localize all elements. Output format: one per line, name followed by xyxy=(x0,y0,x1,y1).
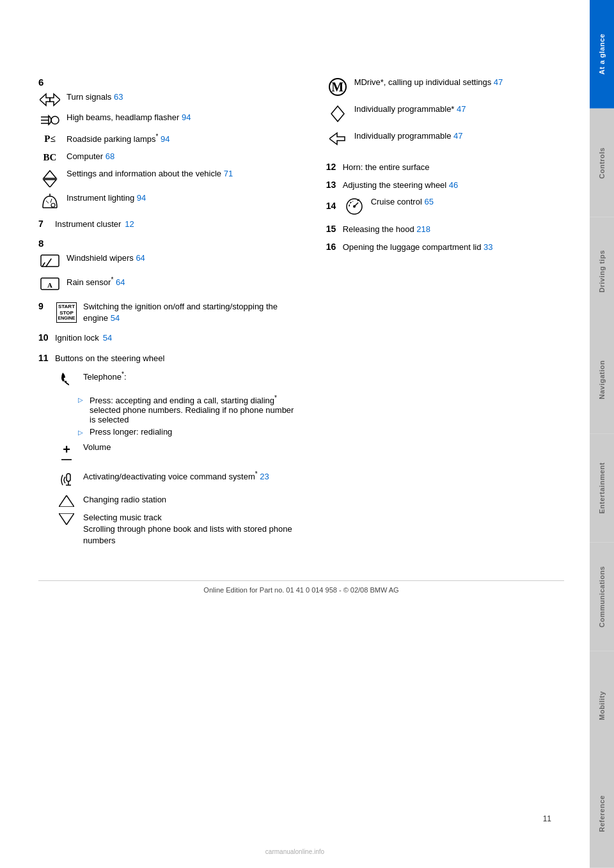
section-14-item: 14 xyxy=(326,196,564,215)
settings-vehicle-icon xyxy=(38,168,61,187)
sidebar-tab-navigation[interactable]: Navigation xyxy=(590,325,614,434)
sidebar-tab-at-a-glance[interactable]: At a glance xyxy=(590,0,614,109)
computer-link[interactable]: 68 xyxy=(106,151,114,161)
diamond-icon xyxy=(326,104,349,123)
svg-point-10 xyxy=(51,203,55,207)
arrow-down-text: Selecting music track Scrolling through … xyxy=(83,512,301,547)
telephone-icon xyxy=(55,370,78,389)
volume-icon: + — xyxy=(55,442,78,465)
arrow-left-icon xyxy=(326,130,349,146)
start-stop-icon: START STOP ENGINE xyxy=(55,301,78,323)
section-16-link[interactable]: 33 xyxy=(484,242,492,252)
section-7: 7 Instrument cluster 12 xyxy=(38,218,301,231)
section-13-link[interactable]: 46 xyxy=(449,180,458,190)
svg-marker-19 xyxy=(59,495,74,507)
item-high-beams: High beams, headlamp flasher 94 xyxy=(38,112,301,127)
section-8: 8 Windshield wipers 64 xyxy=(38,238,301,293)
section-14-num: 14 xyxy=(326,201,339,211)
parking-lamps-icon: P≤ xyxy=(38,132,61,144)
ind-prog-star-link[interactable]: 47 xyxy=(457,104,466,114)
item-rain-sensor: A Rain sensor* 64 xyxy=(38,275,301,293)
left-column: 6 Turn signals 63 xyxy=(38,77,301,555)
settings-vehicle-link[interactable]: 71 xyxy=(224,169,233,178)
settings-vehicle-text: Settings and information about the vehic… xyxy=(67,168,301,180)
svg-marker-7 xyxy=(43,180,56,187)
section-16-num: 16 xyxy=(326,241,339,254)
parking-lamps-text: Roadside parking lamps* 94 xyxy=(67,132,301,146)
page-container: 6 Turn signals 63 xyxy=(0,0,614,868)
section-6: 6 Turn signals 63 xyxy=(38,77,301,210)
section-10-num: 10 xyxy=(38,332,51,345)
section-10-item: 10 Ignition lock 54 xyxy=(38,332,301,345)
section-15-link[interactable]: 218 xyxy=(416,224,430,234)
volume-minus-icon: — xyxy=(61,454,72,465)
section-15: 15 Releasing the hood 218 xyxy=(326,223,564,236)
section-12-text: Horn: the entire surface xyxy=(343,162,430,173)
sidebar-tab-driving-tips[interactable]: Driving tips xyxy=(590,217,614,326)
section-9-link[interactable]: 54 xyxy=(111,313,120,323)
section-10-link[interactable]: 54 xyxy=(103,332,112,344)
svg-marker-6 xyxy=(43,171,56,178)
sidebar-tab-controls[interactable]: Controls xyxy=(590,109,614,217)
arrow-down-item: Selecting music track Scrolling through … xyxy=(55,512,301,547)
item-parking-lamps: P≤ Roadside parking lamps* 94 xyxy=(38,132,301,146)
arrow-up-item: Changing radio station xyxy=(55,494,301,507)
rain-sensor-icon: A xyxy=(38,275,61,293)
high-beams-link[interactable]: 94 xyxy=(182,112,191,122)
footer: Online Edition for Part no. 01 41 0 014 … xyxy=(38,580,564,594)
instrument-lighting-text: Instrument lighting 94 xyxy=(67,192,301,204)
svg-marker-20 xyxy=(59,513,74,525)
svg-rect-16 xyxy=(67,474,70,481)
section-9-num: 9 xyxy=(38,301,51,311)
high-beams-icon xyxy=(38,112,61,127)
voice-link[interactable]: 23 xyxy=(260,472,269,481)
item-mdrive: M MDrive*, calling up individual setting… xyxy=(326,77,564,96)
item-windshield-wipers: Windshield wipers 64 xyxy=(38,252,301,270)
telephone-text: Telephone*: xyxy=(83,370,301,384)
section-7-link[interactable]: 12 xyxy=(125,219,134,230)
section-9-item: 9 START STOP ENGINE Switching the igniti… xyxy=(38,301,301,324)
item-instrument-lighting: Instrument lighting 94 xyxy=(38,192,301,210)
ind-prog-link[interactable]: 47 xyxy=(453,131,462,141)
windshield-wipers-icon xyxy=(38,252,61,270)
sidebar-tab-mobility[interactable]: Mobility xyxy=(590,651,614,760)
rain-sensor-link[interactable]: 64 xyxy=(116,277,125,287)
section-13-num: 13 xyxy=(326,179,339,192)
computer-text: Computer 68 xyxy=(67,151,301,162)
mdrive-text: MDrive*, calling up individual settings … xyxy=(354,77,564,88)
instrument-lighting-icon xyxy=(38,192,61,210)
svg-text:A: A xyxy=(47,281,52,289)
windshield-wipers-text: Windshield wipers 64 xyxy=(67,252,301,264)
sidebar-tab-entertainment[interactable]: Entertainment xyxy=(590,434,614,543)
windshield-wipers-link[interactable]: 64 xyxy=(136,253,145,263)
ind-prog-star-text: Individually programmable* 47 xyxy=(354,104,564,115)
ind-prog-text: Individually programmable 47 xyxy=(354,130,564,142)
computer-icon: BC xyxy=(38,151,61,163)
sidebar-tab-communications[interactable]: Communications xyxy=(590,543,614,651)
right-column: M MDrive*, calling up individual setting… xyxy=(326,77,564,555)
bullet-press-longer: ▷ Press longer: redialing xyxy=(78,427,301,437)
sidebar-tab-reference[interactable]: Reference xyxy=(590,759,614,868)
svg-marker-22 xyxy=(329,133,345,144)
cruise-control-icon xyxy=(343,196,366,215)
item-ind-prog-star: Individually programmable* 47 xyxy=(326,104,564,123)
section-9: 9 START STOP ENGINE Switching the igniti… xyxy=(38,301,301,324)
section-6-num: 6 xyxy=(38,77,301,88)
cruise-link[interactable]: 65 xyxy=(424,197,433,206)
parking-lamps-link[interactable]: 94 xyxy=(161,134,169,144)
section-13-text: Adjusting the steering wheel 46 xyxy=(343,180,459,191)
arrow-up-icon xyxy=(55,494,78,507)
section-15-text: Releasing the hood 218 xyxy=(343,224,430,235)
svg-point-5 xyxy=(51,116,59,124)
instrument-lighting-link[interactable]: 94 xyxy=(137,193,146,203)
voice-block: Activating/deactivating voice command sy… xyxy=(55,470,301,489)
mdrive-link[interactable]: 47 xyxy=(494,77,503,87)
bullet-triangle-2: ▷ xyxy=(78,429,86,436)
section-12-num: 12 xyxy=(326,161,339,174)
arrows-block: Changing radio station Selecting music t… xyxy=(55,494,301,547)
voice-item: Activating/deactivating voice command sy… xyxy=(55,470,301,489)
section-16-text: Opening the luggage compartment lid 33 xyxy=(343,242,493,253)
section-11-header: 11 Buttons on the steering wheel xyxy=(38,352,301,365)
turn-signals-link[interactable]: 63 xyxy=(114,92,123,102)
page-number: 11 xyxy=(543,814,551,823)
